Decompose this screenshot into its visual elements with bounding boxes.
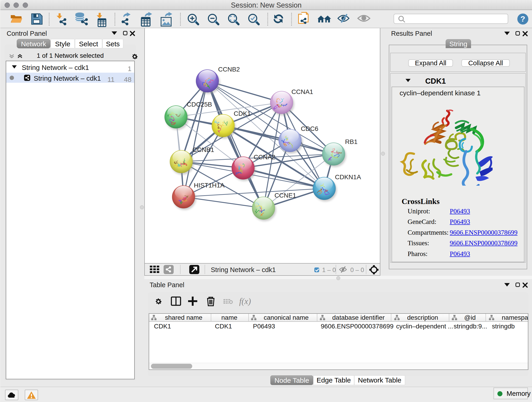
svg-text:CCNA1: CCNA1 xyxy=(291,88,313,95)
svg-text:database identifier: database identifier xyxy=(332,314,385,321)
svg-text:CDC6: CDC6 xyxy=(301,125,318,132)
svg-text:CCNE1: CCNE1 xyxy=(274,192,296,199)
svg-text:RB1: RB1 xyxy=(345,138,357,145)
svg-text:CDKN1A: CDKN1A xyxy=(335,173,361,181)
svg-text:@id: @id xyxy=(464,314,476,321)
svg-text:canonical name: canonical name xyxy=(264,314,309,321)
svg-text:description: description xyxy=(407,314,438,321)
svg-text:?: ? xyxy=(520,14,525,23)
svg-text:CDC25B: CDC25B xyxy=(187,101,212,108)
svg-text:shared name: shared name xyxy=(165,314,202,321)
svg-text:HIST1H1A: HIST1H1A xyxy=(194,182,225,189)
svg-text:0 – 0: 0 – 0 xyxy=(350,267,364,274)
svg-text:CCNB1: CCNB1 xyxy=(192,146,214,153)
svg-text:1 – 0: 1 – 0 xyxy=(322,267,336,274)
svg-text:String Network – cdk1: String Network – cdk1 xyxy=(211,266,276,274)
svg-text:CCNA2: CCNA2 xyxy=(254,153,275,161)
svg-text:f(x): f(x) xyxy=(239,297,251,306)
svg-text:CDK1: CDK1 xyxy=(234,110,251,117)
svg-text:CCNB2: CCNB2 xyxy=(218,66,240,73)
svg-text:name: name xyxy=(221,314,237,321)
svg-text:namespace: namespace xyxy=(502,314,528,321)
